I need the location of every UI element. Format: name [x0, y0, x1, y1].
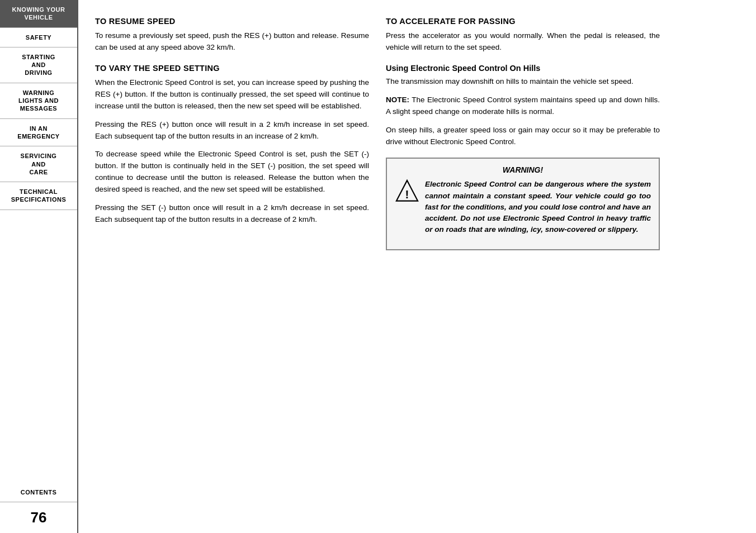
- note-para: NOTE: The Electronic Speed Control syste…: [386, 94, 660, 118]
- accelerate-section: TO ACCELERATE FOR PASSING Press the acce…: [386, 17, 660, 54]
- hills-section: Using Electronic Speed Control On Hills …: [386, 64, 660, 148]
- sidebar-item-contents[interactable]: CONTENTS: [0, 483, 77, 502]
- warning-text: Electronic Speed Control can be dangerou…: [425, 179, 651, 235]
- vary-speed-para-4: Pressing the SET (-) button once will re…: [95, 202, 369, 226]
- sidebar-item-technical-specifications[interactable]: TECHNICALSPECIFICATIONS: [0, 182, 77, 210]
- main-content: TO RESUME SPEED To resume a previously s…: [78, 0, 756, 533]
- page-number: 76: [0, 502, 77, 533]
- vary-speed-para-1: When the Electronic Speed Control is set…: [95, 77, 369, 112]
- steep-hills-para: On steep hills, a greater speed loss or …: [386, 125, 660, 148]
- sidebar-item-safety[interactable]: SAFETY: [0, 28, 77, 47]
- right-column: TO ACCELERATE FOR PASSING Press the acce…: [386, 17, 660, 516]
- sidebar-item-in-an-emergency[interactable]: IN ANEMERGENCY: [0, 119, 77, 147]
- note-label: NOTE:: [386, 96, 409, 104]
- note-text: The Electronic Speed Control system main…: [386, 96, 660, 116]
- resume-speed-para: To resume a previously set speed, push t…: [95, 30, 369, 54]
- sidebar-item-knowing-your-vehicle[interactable]: KNOWING YOUR VEHICLE: [0, 0, 77, 28]
- sidebar-item-servicing-and-care[interactable]: SERVICINGANDCARE: [0, 146, 77, 182]
- sidebar-item-starting-and-driving[interactable]: STARTINGANDDRIVING: [0, 47, 77, 83]
- resume-speed-heading: TO RESUME SPEED: [95, 17, 369, 26]
- vary-speed-section: TO VARY THE SPEED SETTING When the Elect…: [95, 64, 369, 226]
- vary-speed-para-2: Pressing the RES (+) button once will re…: [95, 119, 369, 142]
- sidebar: KNOWING YOUR VEHICLE SAFETY STARTINGANDD…: [0, 0, 78, 533]
- warning-header: WARNING!: [395, 165, 651, 174]
- hills-para: The transmission may downshift on hills …: [386, 76, 660, 88]
- sidebar-item-warning-lights[interactable]: WARNINGLIGHTS ANDMESSAGES: [0, 83, 77, 119]
- left-column: TO RESUME SPEED To resume a previously s…: [95, 17, 369, 516]
- hills-heading: Using Electronic Speed Control On Hills: [386, 64, 660, 73]
- accelerate-heading: TO ACCELERATE FOR PASSING: [386, 17, 660, 26]
- warning-body: ! Electronic Speed Control can be danger…: [395, 179, 651, 242]
- resume-speed-section: TO RESUME SPEED To resume a previously s…: [95, 17, 369, 54]
- accelerate-para: Press the accelerator as you would norma…: [386, 30, 660, 54]
- sidebar-spacer: [0, 210, 77, 483]
- vary-speed-para-3: To decrease speed while the Electronic S…: [95, 149, 369, 196]
- warning-triangle-icon: !: [395, 179, 419, 203]
- warning-box: WARNING! ! Electronic Speed Control can …: [386, 158, 660, 250]
- vary-speed-heading: TO VARY THE SPEED SETTING: [95, 64, 369, 73]
- svg-text:!: !: [405, 188, 409, 201]
